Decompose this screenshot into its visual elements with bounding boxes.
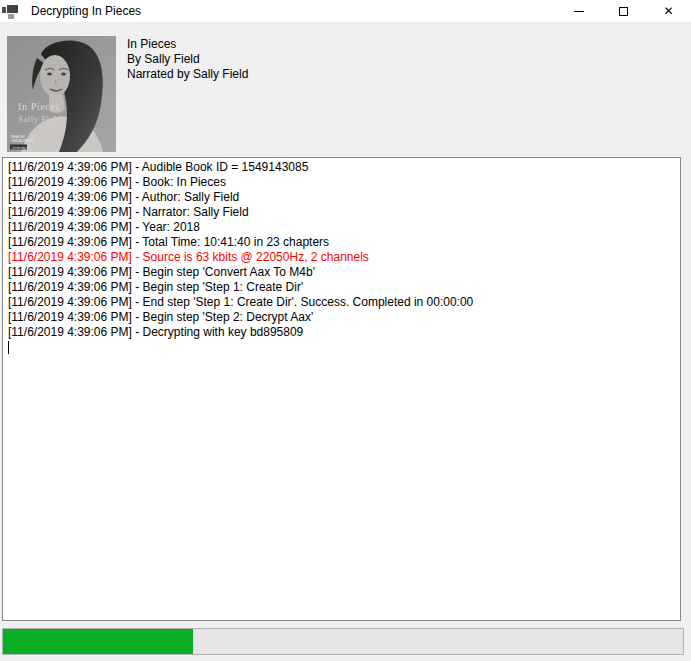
log-line: [11/6/2019 4:39:06 PM] - Total Time: 10:…	[8, 235, 676, 250]
cover-author-text: Sally Field	[18, 114, 62, 124]
close-icon: ✕	[663, 5, 673, 17]
book-narrator: Narrated by Sally Field	[127, 67, 248, 82]
app-icon-square-large	[7, 5, 18, 13]
log-line: [11/6/2019 4:39:06 PM] - End step 'Step …	[8, 295, 676, 310]
app-icon	[2, 5, 18, 20]
log-area[interactable]: [11/6/2019 4:39:06 PM] - Audible Book ID…	[2, 157, 681, 621]
cover-badge-line2: THE AUTHOR	[11, 139, 33, 143]
log-line: [11/6/2019 4:39:06 PM] - Narrator: Sally…	[8, 205, 676, 220]
title-bar: Decrypting In Pieces ✕	[0, 0, 691, 22]
log-line: [11/6/2019 4:39:06 PM] - Begin step 'Con…	[8, 265, 676, 280]
log-line: [11/6/2019 4:39:06 PM] - Audible Book ID…	[8, 160, 676, 175]
app-icon-square-gray	[8, 14, 14, 19]
book-cover-image: In Pieces Sally Field READ BY THE AUTHOR…	[7, 36, 116, 152]
window-title: Decrypting In Pieces	[31, 3, 141, 19]
minimize-button[interactable]	[556, 0, 601, 22]
log-line: [11/6/2019 4:39:06 PM] - Author: Sally F…	[8, 190, 676, 205]
app-icon-square-small	[2, 7, 6, 13]
maximize-button[interactable]	[601, 0, 646, 22]
log-caret-line	[8, 340, 676, 358]
cover-title-text: In Pieces	[18, 101, 60, 112]
book-info: In Pieces By Sally Field Narrated by Sal…	[127, 37, 248, 82]
log-line: [11/6/2019 4:39:06 PM] - Source is 63 kb…	[8, 250, 676, 265]
log-line: [11/6/2019 4:39:06 PM] - Book: In Pieces	[8, 175, 676, 190]
caption-buttons: ✕	[556, 0, 691, 22]
progress-bar-fill	[3, 629, 193, 654]
log-line: [11/6/2019 4:39:06 PM] - Decrypting with…	[8, 325, 676, 340]
minimize-icon	[574, 11, 584, 12]
progress-bar	[2, 628, 684, 655]
log-line: [11/6/2019 4:39:06 PM] - Begin step 'Ste…	[8, 280, 676, 295]
log-line: [11/6/2019 4:39:06 PM] - Year: 2018	[8, 220, 676, 235]
book-author: By Sally Field	[127, 52, 248, 67]
cover-badge-line3: Unabridged	[12, 146, 30, 150]
book-title: In Pieces	[127, 37, 248, 52]
app-window: Decrypting In Pieces ✕	[0, 0, 691, 661]
text-caret	[8, 341, 9, 354]
maximize-icon	[619, 7, 628, 16]
close-button[interactable]: ✕	[646, 0, 691, 22]
log-line: [11/6/2019 4:39:06 PM] - Begin step 'Ste…	[8, 310, 676, 325]
